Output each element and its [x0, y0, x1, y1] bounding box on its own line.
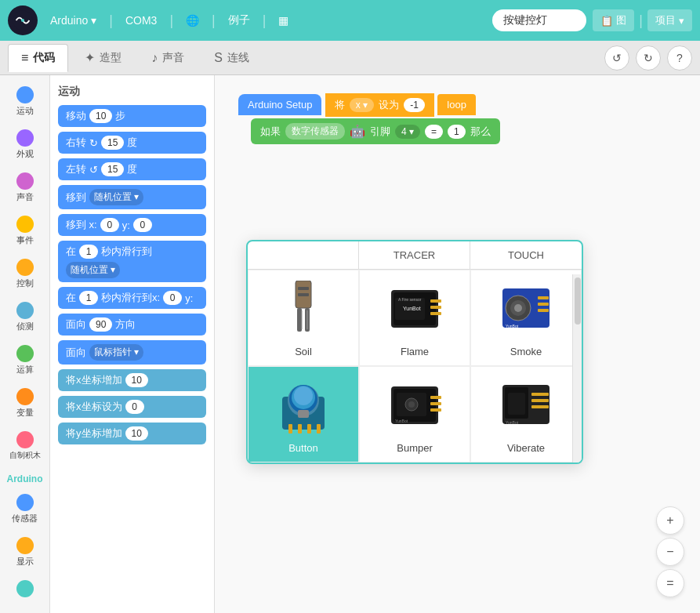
examples-btn[interactable]: 例子 [222, 10, 256, 31]
block-face-ptr[interactable]: 面向 鼠标指针 ▾ [58, 340, 206, 365]
zoom-in-btn[interactable]: + [656, 506, 684, 535]
cat-variables[interactable]: 变量 [3, 383, 47, 423]
cat-motion[interactable]: 运动 [3, 82, 47, 122]
svg-text:YunBot: YunBot [395, 419, 408, 423]
sensor-bumper[interactable]: YunBot Bumper [359, 366, 470, 462]
undo-btn[interactable]: ↺ [604, 45, 629, 71]
block-face-dir-suffix: 方向 [115, 317, 136, 332]
com-port[interactable]: COM3 [119, 11, 163, 30]
block-glide-random[interactable]: 在 1 秒内滑行到 随机位置 ▾ [58, 241, 206, 282]
tab-costume-label: 造型 [100, 51, 122, 65]
ws-set-var[interactable]: 将 x ▾ 设为 -1 [325, 93, 434, 117]
cat-events[interactable]: 事件 [3, 211, 47, 251]
smoke-img: YunBot [495, 278, 557, 341]
smoke-name: Smoke [510, 346, 542, 357]
soil-name: Soil [295, 346, 312, 357]
ws-setup-label: Arduino Setup [248, 99, 312, 111]
zoom-in-icon: + [666, 513, 673, 528]
ws-pin-val[interactable]: 4 ▾ [395, 125, 420, 139]
help-btn[interactable]: ? [667, 45, 692, 71]
sensor-flame[interactable]: YunBot A Fire sensor Flame [359, 270, 470, 366]
svg-text:YunBot: YunBot [403, 306, 421, 311]
popup-header-col1[interactable] [248, 241, 359, 269]
tab-connect-label: 连线 [227, 51, 249, 65]
block-goto-xy[interactable]: 移到 x: 0 y: 0 [58, 214, 206, 236]
block-turn-left[interactable]: 左转 ↺ 15 度 [58, 158, 206, 180]
svg-rect-22 [538, 303, 549, 306]
cat-operators[interactable]: 运算 [3, 340, 47, 380]
code-icon: ≡ [21, 51, 28, 65]
looks-label: 外观 [16, 148, 34, 160]
sensor-viberate[interactable]: YunBot Viberate [470, 366, 582, 462]
cat-sensor[interactable]: 传感器 [3, 489, 47, 529]
search-box[interactable]: 按键控灯 [492, 9, 586, 31]
ws-if-block[interactable]: 如果 数字传感器 🤖 引脚 4 ▾ = 1 那么 [251, 118, 500, 144]
block-set-x-label: 将x坐标设为 [66, 400, 122, 414]
zoom-reset-icon: = [666, 576, 673, 590]
costume-icon: ✦ [85, 50, 95, 65]
popup-header-tracer[interactable]: TRACER [359, 241, 470, 269]
tab-costume[interactable]: ✦ 造型 [71, 43, 135, 72]
cat-sound[interactable]: 声音 [3, 168, 47, 208]
tab-connect[interactable]: S 连线 [201, 44, 263, 72]
arduino-section-label: Arduino [0, 469, 49, 486]
save-btn[interactable]: 📋 图 [593, 9, 634, 31]
arduino-menu[interactable]: Arduino ▾ [44, 11, 103, 30]
svg-rect-33 [307, 424, 311, 433]
sensor-button[interactable]: Button [248, 366, 359, 462]
ws-arduino-setup[interactable]: Arduino Setup [238, 94, 321, 115]
block-goto-random[interactable]: 移到 随机位置 ▾ [58, 185, 206, 209]
tab-code[interactable]: ≡ 代码 [8, 44, 68, 72]
block-face-ptr-dropdown[interactable]: 鼠标指针 ▾ [89, 344, 143, 361]
block-face-dir-val: 90 [89, 317, 112, 332]
zoom-controls: + − = [656, 506, 684, 597]
svg-rect-31 [288, 424, 292, 433]
block-move-val: 10 [89, 109, 112, 123]
button-name: Button [288, 442, 318, 454]
svg-rect-11 [430, 299, 441, 303]
project-arrow: ▾ [679, 15, 684, 27]
zoom-out-btn[interactable]: − [656, 538, 684, 566]
cat-more[interactable] [3, 575, 47, 604]
search-value: 按键控灯 [503, 13, 547, 27]
cat-sensing[interactable]: 侦测 [3, 297, 47, 337]
block-turn-right[interactable]: 右转 ↻ 15 度 [58, 132, 206, 154]
block-set-x[interactable]: 将x坐标设为 0 [58, 396, 206, 418]
cat-looks[interactable]: 外观 [3, 125, 47, 165]
sensor-smoke[interactable]: YunBot Smoke [470, 270, 582, 366]
project-btn[interactable]: 项目 ▾ [647, 9, 692, 31]
block-face-dir[interactable]: 面向 90 方向 [58, 314, 206, 336]
redo-btn[interactable]: ↻ [636, 45, 661, 71]
popup-header-touch[interactable]: TOUCH [470, 241, 582, 269]
block-glide-dropdown[interactable]: 随机位置 ▾ [66, 262, 120, 278]
popup-header: TRACER TOUCH [248, 241, 582, 270]
ws-loop[interactable]: loop [437, 94, 476, 115]
cat-custom[interactable]: 自制积木 [3, 426, 47, 466]
block-inc-x[interactable]: 将x坐标增加 10 [58, 369, 206, 391]
motion-dot [16, 86, 34, 103]
block-glide-xy-suffix: y: [185, 292, 193, 304]
soil-img [272, 278, 335, 341]
svg-point-20 [514, 304, 522, 312]
zoom-reset-btn[interactable]: = [656, 569, 684, 597]
blocks-btn[interactable]: ▦ [272, 11, 295, 30]
scroll-thumb[interactable] [575, 277, 581, 325]
popup-scrollbar[interactable] [572, 274, 582, 462]
block-glide-xy[interactable]: 在 1 秒内滑行到x: 0 y: [58, 287, 206, 309]
block-inc-x-val: 10 [125, 373, 148, 387]
globe-btn[interactable]: 🌐 [180, 11, 205, 30]
turn-right-icon: ↻ [89, 137, 98, 149]
project-label: 项目 [655, 13, 676, 27]
block-move[interactable]: 移动 10 步 [58, 105, 206, 127]
block-inc-y[interactable]: 将y坐标增加 10 [58, 423, 206, 444]
block-goto-dropdown[interactable]: 随机位置 ▾ [89, 189, 143, 205]
tab-sound[interactable]: ♪ 声音 [138, 44, 198, 72]
cat-control[interactable]: 控制 [3, 254, 47, 294]
ws-loop-label: loop [447, 99, 466, 111]
block-glide-xy-label1: 在 [66, 291, 76, 305]
block-move-label: 移动 [66, 109, 86, 123]
sensor-soil[interactable]: Soil [248, 270, 359, 366]
cat-display[interactable]: 显示 [3, 532, 47, 572]
ws-set-to-label: 设为 [379, 98, 399, 112]
svg-text:YunBot: YunBot [506, 420, 519, 425]
